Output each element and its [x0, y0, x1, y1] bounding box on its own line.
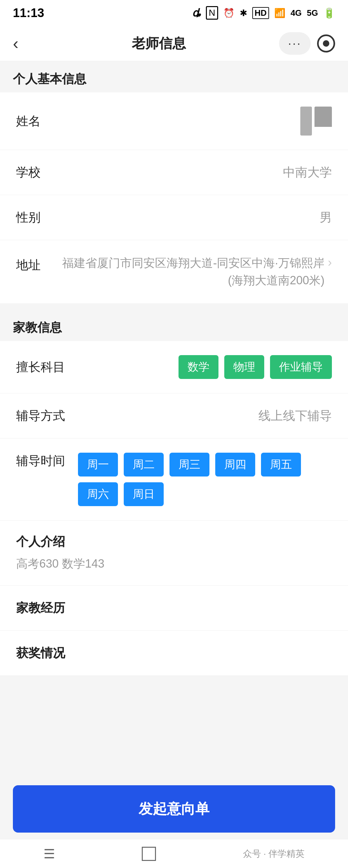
time-tag-fri: 周五: [261, 453, 301, 476]
method-value: 线上线下辅导: [65, 408, 332, 424]
time-label: 辅导时间: [16, 453, 65, 469]
brand-label: 众号 · 伴学精英: [243, 848, 304, 860]
time-tag-tue: 周二: [124, 453, 164, 476]
time-tag-sat: 周六: [78, 482, 118, 506]
method-label: 辅导方式: [16, 408, 65, 424]
intro-text: 高考630 数学143: [16, 555, 332, 572]
method-row: 辅导方式 线上线下辅导: [0, 394, 348, 438]
subjects-tags: 数学 物理 作业辅导: [71, 355, 332, 379]
subjects-row: 擅长科目 数学 物理 作业辅导: [0, 341, 348, 394]
scan-dot-icon: [323, 40, 329, 47]
address-content: 福建省厦门市同安区海翔大道-同安区中海·万锦熙岸(海翔大道南200米) ›: [61, 254, 332, 289]
bottom-bar: 发起意向单: [0, 779, 348, 839]
personal-info-card: 姓名 学校 中南大学 性别 男 地址 福建省厦门市同安区海翔大道-同安区中海·万…: [0, 92, 348, 303]
page-title: 老师信息: [132, 34, 186, 53]
experience-section: 家教经历: [0, 586, 348, 631]
address-row[interactable]: 地址 福建省厦门市同安区海翔大道-同安区中海·万锦熙岸(海翔大道南200米) ›: [0, 240, 348, 303]
subject-tag-homework: 作业辅导: [270, 355, 332, 379]
status-icons: ȡ N ⏰ ✱ HD 📶 4G 5G 🔋: [192, 6, 335, 20]
address-label: 地址: [16, 257, 61, 273]
name-value: [300, 106, 332, 135]
intro-label: 个人介绍: [16, 533, 332, 550]
tutoring-info-header: 家教信息: [0, 310, 348, 341]
sys-nav: ☰ 众号 · 伴学精英: [0, 839, 348, 868]
address-arrow-icon: ›: [328, 256, 332, 270]
tutoring-info-card: 擅长科目 数学 物理 作业辅导 辅导方式 线上线下辅导 辅导时间 周一 周二 周…: [0, 341, 348, 676]
wifi-icon: 📶: [274, 8, 286, 18]
nav-actions: ···: [279, 32, 335, 55]
top-nav: ‹ 老师信息 ···: [0, 26, 348, 61]
gender-label: 性别: [16, 209, 61, 226]
alarm-icon: ⏰: [223, 8, 235, 18]
signal-5g-icon: 5G: [307, 8, 318, 18]
submit-button[interactable]: 发起意向单: [13, 785, 335, 833]
time-tag-thu: 周四: [215, 453, 255, 476]
gender-row: 性别 男: [0, 195, 348, 240]
more-button[interactable]: ···: [279, 32, 311, 55]
gender-value: 男: [61, 209, 332, 226]
bluetooth-icon: ✱: [240, 8, 247, 18]
bottom-spacer: [0, 676, 348, 753]
school-value: 中南大学: [61, 164, 332, 181]
personal-info-header: 个人基本信息: [0, 61, 348, 92]
name-row: 姓名: [0, 92, 348, 150]
tiktok-icon: ȡ: [192, 7, 201, 19]
avatar-part2: [315, 106, 332, 135]
home-icon: [142, 847, 156, 861]
time-tag-wed: 周三: [170, 453, 209, 476]
time-tag-sun: 周日: [124, 482, 164, 506]
signal-4g-icon: 4G: [291, 8, 302, 18]
back-button[interactable]: ‹: [13, 34, 39, 53]
avatar-part1: [300, 106, 312, 135]
subjects-label: 擅长科目: [16, 359, 65, 375]
scan-button[interactable]: [317, 34, 335, 53]
status-time: 11:13: [13, 6, 44, 20]
name-label: 姓名: [16, 113, 61, 129]
time-row: 辅导时间 周一 周二 周三 周四 周五 周六 周日: [0, 438, 348, 521]
time-tag-mon: 周一: [78, 453, 118, 476]
awards-label: 获奖情况: [16, 646, 65, 660]
awards-section: 获奖情况: [0, 631, 348, 676]
battery-icon: 🔋: [323, 7, 335, 19]
school-row: 学校 中南大学: [0, 150, 348, 195]
intro-section: 个人介绍 高考630 数学143: [0, 521, 348, 586]
menu-icon: ☰: [44, 846, 55, 861]
nfc-icon: N: [206, 6, 218, 20]
time-tags: 周一 周二 周三 周四 周五 周六 周日: [78, 453, 332, 506]
school-label: 学校: [16, 164, 61, 181]
subject-tag-physics: 物理: [224, 355, 264, 379]
hd-icon: HD: [252, 7, 269, 19]
address-value: 福建省厦门市同安区海翔大道-同安区中海·万锦熙岸(海翔大道南200米): [61, 254, 324, 289]
subject-tag-math: 数学: [178, 355, 219, 379]
experience-label: 家教经历: [16, 601, 65, 615]
status-bar: 11:13 ȡ N ⏰ ✱ HD 📶 4G 5G 🔋: [0, 0, 348, 26]
